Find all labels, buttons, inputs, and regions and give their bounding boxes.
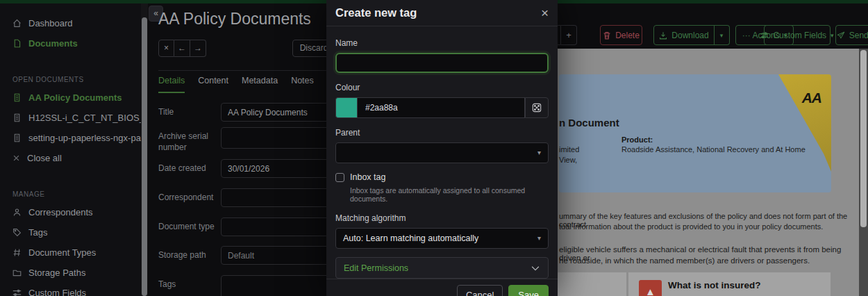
- file-text-icon: [12, 93, 22, 102]
- modal-title: Create new tag: [335, 6, 417, 19]
- sidebar-item-dashboard[interactable]: Dashboard: [0, 13, 141, 33]
- download-icon: [659, 31, 667, 40]
- save-button[interactable]: Save: [508, 285, 549, 296]
- parent-select[interactable]: ▾: [335, 142, 549, 163]
- doc-body-line: tual information about the product is pr…: [559, 222, 823, 231]
- sidebar-item-label: Document Types: [28, 247, 96, 258]
- close-document-button[interactable]: ×: [158, 40, 174, 57]
- sidebar-item-documents[interactable]: Documents: [0, 33, 141, 54]
- sidebar-item-label: Tags: [28, 227, 47, 238]
- colour-hex-input[interactable]: [357, 97, 525, 118]
- matching-algorithm-select[interactable]: Auto: Learn matching automatically ▾: [335, 228, 549, 249]
- tab-details[interactable]: Details: [158, 76, 185, 93]
- field-label: Title: [158, 103, 221, 122]
- paperless-app: Dashboard Documents OPEN DOCUMENTS AA Po…: [0, 0, 868, 296]
- tag-name-input[interactable]: [335, 53, 549, 73]
- file-text-icon: [12, 113, 22, 122]
- ipid-header-box: AA: [559, 74, 831, 192]
- close-all-button[interactable]: Close all: [0, 148, 141, 168]
- download-dropdown-button[interactable]: ▾: [714, 25, 730, 45]
- not-insured-icon: ▲: [639, 280, 662, 296]
- field-label: Date created: [158, 159, 221, 178]
- open-doc-label: H12SSL-i_C_CT_NT_BIOS_3.3_rele...: [28, 113, 141, 123]
- trash-icon: [603, 31, 611, 40]
- chevron-down-icon: [531, 263, 540, 273]
- random-colour-button[interactable]: [525, 97, 549, 118]
- next-document-button[interactable]: →: [190, 40, 206, 57]
- sidebar-item-label: Storage Paths: [28, 268, 85, 278]
- sidebar-item-document-types[interactable]: Document Types: [0, 242, 141, 263]
- document-nav-group: × ← →: [158, 40, 206, 57]
- doc-address-fragment: imited: [559, 145, 579, 154]
- doc-product-value: Roadside Assistance, National Recovery a…: [621, 145, 806, 154]
- sidebar-item-tags[interactable]: Tags: [0, 222, 141, 242]
- close-icon: [12, 154, 20, 162]
- document-preview-pane: AA n Document imited View, Product: Road…: [547, 49, 859, 296]
- manage-header: MANAGE: [0, 181, 141, 202]
- tab-notes[interactable]: Notes: [291, 76, 314, 93]
- ipid-section-box: ▲ What is not insured?: [628, 272, 831, 296]
- ipid-section-box: [547, 272, 626, 296]
- close-all-label: Close all: [27, 153, 62, 163]
- parent-label: Parent: [335, 128, 549, 138]
- open-doc-item[interactable]: setting-up-paperless-ngx-part-one: [0, 128, 141, 148]
- inbox-tag-hint: Inbox tags are automatically assigned to…: [350, 186, 549, 203]
- open-doc-item[interactable]: H12SSL-i_C_CT_NT_BIOS_3.3_rele...: [0, 108, 141, 128]
- page-title: AA Policy Documents: [158, 10, 311, 28]
- sidebar-item-label: Documents: [28, 38, 78, 49]
- doc-address-fragment: View,: [559, 156, 577, 164]
- open-doc-item-active[interactable]: AA Policy Documents: [0, 88, 141, 108]
- sidebar-item-custom-fields[interactable]: Custom Fields: [0, 283, 141, 296]
- zoom-in-button[interactable]: +: [561, 25, 577, 45]
- doc-body-line: he roadside, in which the named member(s…: [559, 256, 810, 265]
- hash-icon: [12, 248, 22, 257]
- edit-permissions-accordion[interactable]: Edit Permissions: [335, 257, 549, 279]
- file-text-icon: [12, 133, 22, 142]
- send-icon: [837, 31, 845, 40]
- tab-content[interactable]: Content: [198, 76, 228, 93]
- person-icon: [12, 208, 22, 217]
- colour-swatch: [335, 97, 357, 118]
- aa-logo-ribbon: [778, 74, 831, 172]
- edit-permissions-label: Edit Permissions: [344, 263, 408, 273]
- chevron-down-icon: ▾: [720, 32, 724, 39]
- modal-body: Name Colour Parent ▾ Inbox tag Inbox tag…: [326, 26, 558, 279]
- tab-metadata[interactable]: Metadata: [242, 76, 278, 93]
- previous-document-button[interactable]: ←: [174, 40, 190, 57]
- field-label: Storage path: [158, 246, 221, 265]
- chevron-down-icon: ▾: [537, 149, 541, 156]
- open-doc-label: AA Policy Documents: [28, 92, 122, 103]
- inbox-tag-checkbox[interactable]: [335, 173, 344, 182]
- open-documents-header: OPEN DOCUMENTS: [0, 66, 141, 88]
- cancel-button[interactable]: Cancel: [457, 285, 503, 296]
- sidebar-item-correspondents[interactable]: Correspondents: [0, 202, 141, 222]
- sidebar-item-label: Custom Fields: [28, 288, 86, 296]
- folder-icon: [12, 268, 22, 277]
- scrollbar-thumb[interactable]: [860, 50, 867, 227]
- sliders-icon: [760, 31, 769, 40]
- aa-logo: AA: [802, 90, 821, 106]
- open-doc-label: setting-up-paperless-ngx-part-one: [28, 133, 141, 143]
- modal-header: Create new tag ×: [326, 0, 558, 26]
- sidebar-item-storage-paths[interactable]: Storage Paths: [0, 263, 141, 283]
- scrollbar-thumb[interactable]: [142, 17, 147, 296]
- colour-label: Colour: [335, 83, 549, 92]
- field-label: Document type: [158, 217, 221, 236]
- preview-scrollbar[interactable]: [859, 49, 868, 296]
- send-button[interactable]: Send ▾: [835, 25, 868, 45]
- matching-algorithm-label: Matching algorithm: [335, 213, 549, 223]
- field-label: Tags: [158, 275, 221, 296]
- dice-icon: [532, 103, 542, 113]
- inbox-tag-label: Inbox tag: [350, 172, 385, 182]
- sidebar-scrollbar[interactable]: [141, 3, 148, 296]
- custom-fields-button[interactable]: Custom Fields ▾: [764, 25, 831, 45]
- modal-footer: Cancel Save: [326, 279, 558, 296]
- create-tag-modal: Create new tag × Name Colour Parent ▾ In…: [326, 0, 558, 296]
- chevron-down-icon: ▾: [537, 234, 541, 242]
- colour-input-group: [335, 97, 549, 118]
- delete-button[interactable]: Delete: [600, 25, 642, 45]
- inbox-tag-row: Inbox tag: [335, 172, 549, 182]
- download-button[interactable]: Download: [653, 25, 715, 45]
- sidebar-item-label: Correspondents: [28, 207, 93, 217]
- modal-close-icon[interactable]: ×: [541, 6, 549, 19]
